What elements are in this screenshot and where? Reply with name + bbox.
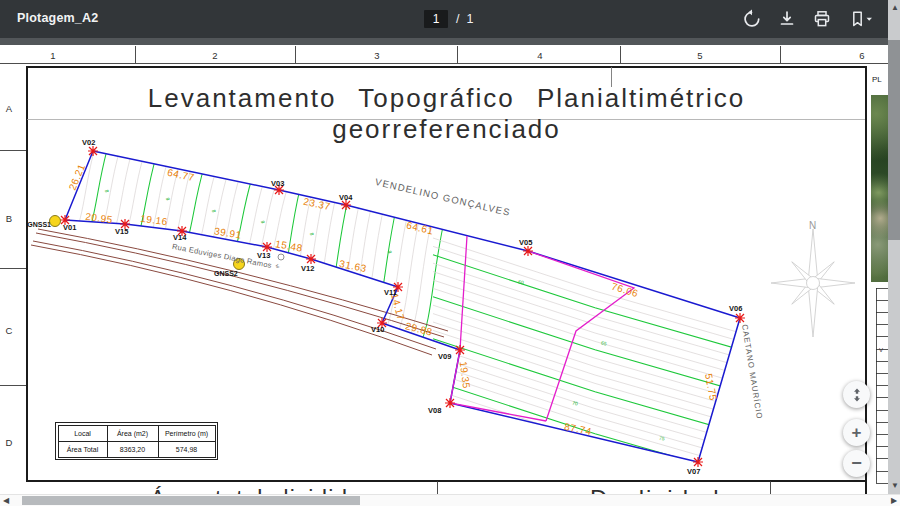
zoom-in-button[interactable]: +: [843, 419, 870, 446]
vertex-marker-v09: [455, 345, 465, 355]
north-label: N: [809, 220, 816, 231]
vertex-label-v09: V09: [438, 352, 451, 361]
contour-elevation-label: 60: [518, 279, 525, 286]
ruler-top-1: 1: [50, 50, 55, 61]
vertical-scrollbar-thumb[interactable]: [888, 40, 900, 240]
page-number-input[interactable]: 1: [424, 10, 448, 28]
horizontal-scrollbar[interactable]: ◀ ▶: [0, 494, 900, 506]
summary-cell: 8363,20: [107, 441, 158, 457]
vertex-label-v07: V07: [687, 467, 700, 476]
ruler-top-4: 4: [537, 50, 542, 61]
area-summary-table: LocalÁrea (m2)Perímetro (m)Área Total836…: [55, 422, 218, 460]
vertex-label-v10: V10: [371, 325, 384, 334]
fit-to-page-button[interactable]: [843, 381, 870, 408]
toolbar-actions: [741, 0, 876, 38]
summary-header: Área (m2): [107, 425, 158, 441]
bookmark-button[interactable]: [846, 8, 876, 30]
print-button[interactable]: [811, 8, 833, 30]
summary-header: Perímetro (m): [158, 425, 215, 441]
chevron-down-icon: [867, 18, 873, 21]
download-icon: [777, 9, 797, 29]
ruler-top-5: 5: [697, 50, 702, 61]
vertex-marker-v07: [693, 457, 703, 467]
scroll-left-icon[interactable]: ◀: [3, 497, 9, 505]
rotate-counterclockwise-icon: [742, 9, 762, 29]
ruler-left-B: B: [6, 213, 12, 224]
print-icon: [812, 9, 832, 29]
right-panel-row-label: V: [879, 347, 883, 353]
ruler-left-D: D: [6, 437, 13, 448]
scroll-down-icon[interactable]: ▼: [891, 482, 899, 490]
vertex-label-v03: V03: [271, 179, 284, 188]
vertex-label-v01: V01: [63, 223, 76, 232]
scroll-right-icon[interactable]: ▶: [891, 497, 897, 505]
vertex-label-v12: V12: [301, 264, 314, 273]
vertex-label-v14: V14: [173, 233, 187, 242]
vertex-label-v08: V08: [428, 406, 441, 415]
vertex-marker-v02: [88, 146, 98, 156]
summary-cell: Área Total: [58, 441, 107, 457]
scroll-up-icon[interactable]: ▲: [891, 4, 899, 12]
ruler-left-A: A: [6, 103, 13, 114]
pdf-toolbar: Plotagem_A2 1 / 1: [0, 0, 900, 38]
gnss1-label: GNSS1: [27, 221, 51, 228]
area-summary-table-grid: LocalÁrea (m2)Perímetro (m)Área Total836…: [58, 425, 216, 458]
vertex-marker-v08: [445, 398, 455, 408]
horizontal-scrollbar-thumb[interactable]: [22, 496, 360, 505]
document-title: Plotagem_A2: [17, 11, 98, 25]
gnss1-point: [50, 216, 61, 227]
summary-cell: 574,98: [158, 441, 215, 457]
gnss2-label: GNSS2: [214, 270, 238, 277]
right-panel-title: PL: [872, 75, 882, 84]
vertex-label-v06: V06: [729, 304, 742, 313]
vertex-label-v05: V05: [519, 238, 532, 247]
vertex-label-v04: V04: [339, 193, 353, 202]
summary-header: Local: [58, 425, 107, 441]
ruler-top-2: 2: [212, 50, 217, 61]
vertex-marker-v05: [523, 246, 533, 256]
vertex-marker-v06: [735, 313, 745, 323]
page-total: 1: [466, 12, 473, 26]
page-indicator: 1 / 1: [424, 0, 473, 38]
vertical-scrollbar[interactable]: ▲ ▼: [888, 0, 900, 494]
table-row: Área Total8363,20574,98: [58, 441, 215, 457]
satellite-thumbnail: [871, 95, 888, 282]
pdf-viewer-window: 123456ABCDNV01V02V03V04V05V06V07V08V09V1…: [0, 0, 900, 506]
ruler-left-C: C: [6, 325, 13, 336]
sheet-main-title: Levantamento Topográfico Planialtimétric…: [27, 83, 866, 145]
rotate-button[interactable]: [741, 8, 763, 30]
ruler-top-6: 6: [859, 50, 864, 61]
ruler-top-3: 3: [374, 50, 379, 61]
bookmark-icon: [847, 9, 875, 29]
page-separator: /: [456, 12, 459, 26]
vertex-marker-v12: [306, 254, 316, 264]
download-button[interactable]: [776, 8, 798, 30]
zoom-out-button[interactable]: −: [843, 450, 870, 477]
fit-page-icon: [850, 388, 864, 402]
vertex-label-v15: V15: [115, 227, 128, 236]
